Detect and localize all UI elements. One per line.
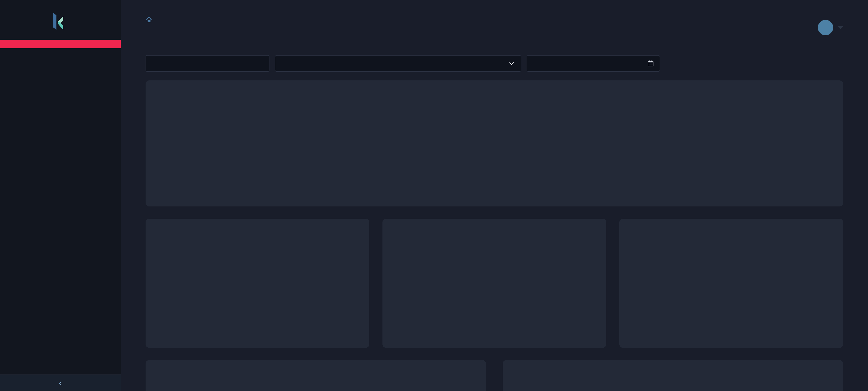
chevron-left-icon: ‹ bbox=[59, 378, 62, 388]
environment-banner bbox=[0, 40, 121, 48]
kestra-logo-icon bbox=[51, 12, 66, 33]
executions-donut-chart bbox=[159, 246, 247, 335]
sidebar-spacer bbox=[0, 61, 121, 370]
executions-bar-chart bbox=[159, 93, 829, 199]
avatar bbox=[818, 20, 833, 35]
main-content bbox=[121, 0, 868, 391]
executions-donut-chart bbox=[632, 246, 721, 335]
namespace-select[interactable] bbox=[275, 55, 521, 72]
kestra-logo[interactable] bbox=[0, 0, 121, 40]
caret-down-icon bbox=[838, 26, 843, 32]
sidebar-menu bbox=[0, 48, 121, 61]
calendar-icon bbox=[647, 60, 654, 67]
search-input[interactable] bbox=[146, 55, 270, 72]
breadcrumb[interactable] bbox=[146, 16, 156, 23]
stat-card-today bbox=[146, 219, 369, 348]
executions-donut-chart bbox=[396, 246, 484, 335]
sidebar: ‹ bbox=[0, 0, 121, 391]
topbar bbox=[146, 13, 843, 35]
stat-card-yesterday bbox=[382, 219, 606, 348]
date-range-input[interactable] bbox=[527, 55, 660, 72]
namespace-charts-row bbox=[146, 360, 843, 391]
kestra-dashboard: ‹ bbox=[0, 0, 868, 391]
home-icon bbox=[146, 16, 152, 23]
chevron-down-icon bbox=[508, 60, 515, 67]
filter-bar bbox=[146, 55, 843, 72]
executions-chart-card bbox=[146, 80, 843, 206]
stats-row bbox=[146, 219, 843, 348]
stat-card-last-28-days bbox=[619, 219, 843, 348]
executions-errors-per-namespace-card bbox=[503, 360, 843, 391]
user-menu[interactable] bbox=[813, 20, 843, 35]
sidebar-collapse-button[interactable]: ‹ bbox=[0, 374, 121, 391]
executions-per-namespace-card bbox=[146, 360, 486, 391]
app-version bbox=[0, 370, 121, 374]
